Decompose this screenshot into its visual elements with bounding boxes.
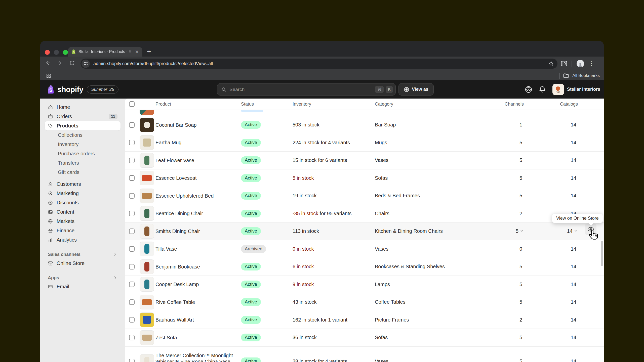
select-all-checkbox[interactable]	[129, 101, 135, 107]
status-badge: Active	[241, 316, 261, 324]
row-checkbox[interactable]	[129, 264, 135, 269]
catalogs-cell: 14	[524, 335, 578, 340]
table-scrollbar[interactable]	[601, 241, 603, 266]
product-name-link[interactable]: Rive Coffee Table	[155, 299, 241, 305]
reload-icon[interactable]	[67, 60, 76, 67]
sidebar-item-customers[interactable]: Customers	[45, 179, 120, 189]
minimize-window-button[interactable]	[54, 50, 59, 55]
address-bar[interactable]: admin.shopify.com/store/dl-uplift/produc…	[80, 59, 557, 69]
sidebar-item-home[interactable]: Home	[45, 103, 120, 112]
side-panel-search-icon[interactable]	[561, 61, 567, 66]
row-checkbox[interactable]	[129, 158, 135, 163]
sidebar-item-content[interactable]: Content	[45, 207, 120, 217]
table-row[interactable]: Rive Coffee Table Active 43 in stock Cof…	[125, 293, 604, 311]
sidebar-section-apps[interactable]: Apps	[45, 274, 120, 282]
row-checkbox[interactable]	[129, 229, 135, 234]
product-name-link[interactable]: Leaf Flower Vase	[155, 157, 241, 163]
row-checkbox[interactable]	[129, 122, 135, 128]
close-window-button[interactable]	[45, 50, 50, 55]
sidebar-item-purchase-orders[interactable]: Purchase orders	[45, 149, 120, 158]
view-as-button[interactable]: View as	[398, 83, 434, 96]
browser-toolbar: admin.shopify.com/store/dl-uplift/produc…	[40, 57, 604, 71]
admin-search-input[interactable]: Search ⌘ K	[217, 83, 396, 96]
sidebar-section-sales-channels[interactable]: Sales channels	[45, 250, 120, 259]
product-name-link[interactable]: Cooper Desk Lamp	[155, 281, 241, 287]
notifications-bell-icon[interactable]	[539, 86, 546, 93]
sidebar-item-transfers[interactable]: Transfers	[45, 158, 120, 168]
product-name-link[interactable]: The Mercer Collection™ Moonlight Whisper…	[155, 352, 241, 362]
row-checkbox[interactable]	[129, 299, 135, 305]
table-row[interactable]: Eartha Mug Active 224 in stock for 4 var…	[125, 134, 604, 152]
row-checkbox[interactable]	[129, 211, 135, 216]
channels-cell: 5	[485, 358, 524, 362]
table-row[interactable]: Beatrice Dining Chair Active -35 in stoc…	[125, 205, 604, 223]
table-row[interactable]: Essence Upholstered Bed Active 19 in sto…	[125, 187, 604, 205]
edition-badge[interactable]: Summer ’25	[87, 85, 118, 94]
browser-profile-avatar[interactable]	[577, 60, 584, 67]
row-checkbox[interactable]	[129, 317, 135, 323]
sidebar-item-online-store[interactable]: Online Store	[45, 259, 120, 268]
catalogs-cell[interactable]: 14	[524, 228, 578, 234]
table-row[interactable]: Zest Sofa Active 36 in stock Sofas 5 14	[125, 329, 604, 347]
tooltip-label: View on Online Store	[556, 216, 599, 221]
table-row[interactable]: Benjamin Bookcase Active 6 in stock Book…	[125, 258, 604, 276]
table-row[interactable]: Essence Loveseat Active 5 in stock Sofas…	[125, 169, 604, 187]
sidebar-item-markets[interactable]: Markets	[45, 217, 120, 226]
product-name-link[interactable]: Tilla Vase	[155, 246, 241, 252]
sidebar-item-orders[interactable]: Orders11	[45, 112, 120, 121]
row-checkbox[interactable]	[129, 246, 135, 252]
zoom-window-button[interactable]	[63, 50, 68, 55]
product-name-link[interactable]: Essence Upholstered Bed	[155, 193, 241, 199]
product-name-link[interactable]: Smiths Dining Chair	[155, 228, 241, 234]
table-row[interactable]: Tilla Vase Archived 0 in stock Vases 0 1…	[125, 240, 604, 258]
sidebar-item-marketing[interactable]: Marketing	[45, 189, 120, 198]
sidebar-item-analytics[interactable]: Analytics	[45, 235, 120, 245]
shopify-logo[interactable]: S shopify	[47, 85, 83, 94]
mouse-cursor-pointer	[588, 229, 599, 243]
store-switcher[interactable]: Stellar Interiors	[552, 84, 600, 95]
browser-tab[interactable]: S Stellar Interiors · Products · S ✕	[68, 47, 142, 57]
forward-icon[interactable]	[55, 60, 64, 67]
table-row[interactable]: Leaf Flower Vase Active 15 in stock for …	[125, 152, 604, 169]
discounts-icon	[48, 200, 53, 205]
product-name-link[interactable]: Beatrice Dining Chair	[155, 210, 241, 216]
channels-cell[interactable]: 5	[485, 228, 524, 234]
bookmarks-bar: All Bookmarks	[40, 71, 604, 80]
url-text[interactable]: admin.shopify.com/store/dl-uplift/produc…	[93, 61, 548, 66]
row-checkbox[interactable]	[129, 140, 135, 145]
table-row[interactable]: The Mercer Collection™ Moonlight Whisper…	[125, 347, 604, 362]
row-checkbox[interactable]	[129, 193, 135, 199]
row-checkbox[interactable]	[129, 359, 135, 362]
product-name-link[interactable]: Bauhaus Wall Art	[155, 317, 241, 323]
site-settings-icon[interactable]	[82, 60, 90, 68]
sidebar-item-collections[interactable]: Collections	[45, 130, 120, 140]
sidekick-icon[interactable]	[525, 86, 532, 93]
product-name-link[interactable]: Essence Loveseat	[155, 175, 241, 181]
all-bookmarks-label[interactable]: All Bookmarks	[572, 73, 600, 78]
back-icon[interactable]	[43, 60, 52, 67]
tab-close-icon[interactable]: ✕	[135, 49, 139, 55]
browser-menu-icon[interactable]: ⋮	[589, 60, 594, 67]
sidebar-item-finance[interactable]: Finance	[45, 226, 120, 235]
sidebar-item-products[interactable]: Products	[45, 121, 120, 130]
table-row[interactable]: Cooper Desk Lamp Active 9 in stock Lamps…	[125, 276, 604, 294]
table-row[interactable]: Coconut Bar Soap Active 503 in stock Bar…	[125, 116, 604, 134]
sidebar-item-gift-cards[interactable]: Gift cards	[45, 168, 120, 177]
status-badge: Active	[241, 281, 261, 288]
new-tab-button[interactable]: +	[147, 48, 151, 55]
sidebar-item-discounts[interactable]: Discounts	[45, 198, 120, 207]
product-name-link[interactable]: Zest Sofa	[155, 335, 241, 341]
sidebar-item-inventory[interactable]: Inventory	[45, 140, 120, 149]
row-checkbox[interactable]	[129, 335, 135, 340]
row-checkbox[interactable]	[129, 175, 135, 181]
product-name-link[interactable]: Eartha Mug	[155, 140, 241, 146]
bookmark-star-icon[interactable]	[548, 61, 554, 66]
table-row[interactable]: Bauhaus Wall Art Active 162 in stock for…	[125, 311, 604, 329]
product-name-link[interactable]: Benjamin Bookcase	[155, 264, 241, 270]
apps-grid-icon[interactable]	[46, 73, 51, 78]
partially-scrolled-row[interactable]	[125, 110, 604, 116]
sidebar-item-email[interactable]: Email	[45, 282, 120, 291]
row-checkbox[interactable]	[129, 282, 135, 287]
product-name-link[interactable]: Coconut Bar Soap	[155, 122, 241, 128]
table-row[interactable]: Smiths Dining Chair Active 113 in stock …	[125, 222, 604, 240]
